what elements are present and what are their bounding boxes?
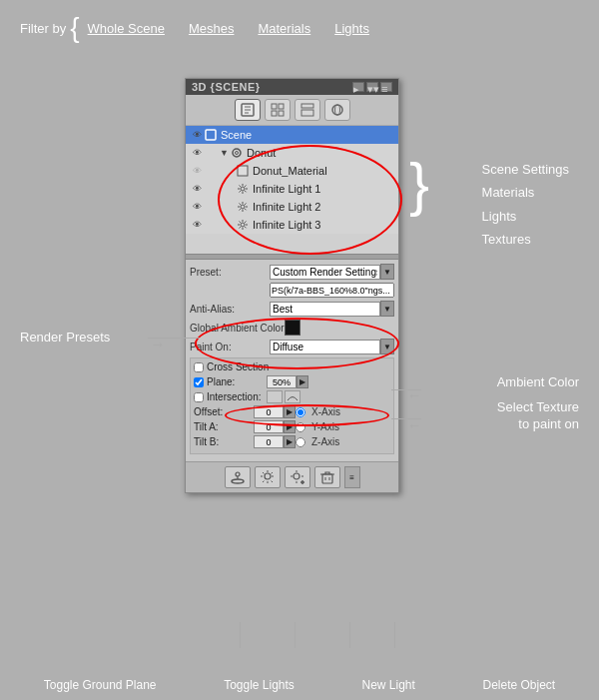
scene-icon [204,128,218,142]
intersection-label: Intersection: [207,391,267,402]
tilt-a-input[interactable] [254,420,284,433]
tilt-b-label: Tilt B: [194,436,254,447]
light1-icon [236,182,250,196]
light3-icon [236,218,250,232]
intersection-icon[interactable] [285,390,300,403]
tree-item-light1[interactable]: 👁 Infinite Light 1 [186,180,398,198]
donut-icon [230,146,244,160]
plane-slider-arrow[interactable]: ▶ [297,375,308,388]
filter-bar: Filter by { Whole Scene Meshes Materials… [20,14,393,42]
antialias-input[interactable] [270,302,380,317]
scene-settings-label: Scene Settings Materials Lights Textures [482,158,569,252]
tilt-b-input[interactable] [254,435,284,448]
plane-value-input[interactable] [267,375,297,388]
intersection-color[interactable] [267,390,283,403]
z-axis-radio[interactable] [296,437,305,447]
ps-extra-row [190,283,394,298]
delete-object-btn[interactable] [314,466,340,488]
svg-point-7 [332,105,342,115]
antialias-dropdown-btn[interactable]: ▼ [380,301,394,317]
light2-icon [236,200,250,214]
panel-scroll-btn[interactable]: ≡ [344,466,360,488]
plane-checkbox[interactable] [194,377,204,387]
tree-item-light3[interactable]: 👁 Infinite Light 3 [186,216,398,234]
tree-label-scene: Scene [221,129,252,141]
intersection-checkbox[interactable] [194,392,204,402]
tree-item-donut-material[interactable]: 👁 Donut_Material [186,162,398,180]
bottom-line-4 [394,622,395,648]
svg-point-16 [232,479,244,483]
paint-on-input[interactable] [270,340,380,354]
toggle-lights-btn[interactable] [255,466,281,488]
filter-tab-meshes[interactable]: Meshes [189,21,235,36]
toolbar-sphere-btn[interactable] [324,99,350,121]
svg-point-10 [233,149,241,157]
ambient-color-swatch[interactable] [285,320,300,336]
eye-icon-donut[interactable]: 👁 [190,148,204,158]
eye-icon-scene[interactable]: 👁 [190,130,204,140]
filter-tab-whole-scene[interactable]: Whole Scene [88,21,165,36]
panel-minimize-btn[interactable]: ▸ [352,82,364,92]
render-presets-line [148,338,200,339]
eye-icon-light3[interactable]: 👁 [190,220,204,230]
expand-arrow-donut[interactable]: ▼ [220,148,230,158]
preset-dropdown[interactable]: Custom Render Settings ▼ [270,264,394,280]
ps-extra-input[interactable] [270,283,394,298]
paint-on-dropdown-btn[interactable]: ▼ [380,339,394,354]
tree-item-scene[interactable]: 👁 Scene [186,126,398,144]
svg-point-11 [236,152,239,155]
tilt-a-row: Tilt A: ▶ Y-Axis [194,420,390,433]
select-texture-label: Select Textureto paint on [497,399,579,433]
preset-dropdown-btn[interactable]: ▼ [380,264,394,280]
tree-label-donut: Donut [247,147,276,159]
cross-section: Cross Section Plane: ▶ Intersection: Off [190,357,394,454]
filter-tab-lights[interactable]: Lights [334,21,369,36]
preset-input[interactable]: Custom Render Settings [270,265,380,280]
panel-title-buttons: ▸ ▾▾ ≡ [352,82,392,92]
eye-icon-light1[interactable]: 👁 [190,184,204,194]
offset-input[interactable] [254,405,284,418]
ambient-color-label: Ambient Color [497,374,579,389]
toolbar-scene-btn[interactable] [235,99,261,121]
toolbar-layout-btn[interactable] [295,99,320,121]
svg-rect-9 [206,130,216,140]
delete-object-label: Delete Object [482,678,555,692]
antialias-dropdown[interactable]: ▼ [270,301,394,317]
svg-point-17 [236,472,240,476]
tree-item-light2[interactable]: 👁 Infinite Light 2 [186,198,398,216]
panel-close-btn[interactable]: ≡ [380,82,392,92]
render-presets-label: Render Presets [20,330,110,345]
bottom-line-3 [349,622,350,648]
eye-icon-donut-material[interactable]: 👁 [190,166,204,176]
svg-rect-3 [272,111,277,116]
texture-line [391,418,421,419]
plane-row: Plane: ▶ [194,375,390,388]
new-light-btn[interactable] [285,466,310,488]
preset-row: Preset: Custom Render Settings ▼ [190,264,394,280]
tilt-a-slider-arrow[interactable]: ▶ [284,420,296,433]
antialias-label: Anti-Alias: [190,304,270,315]
panel-expand-btn[interactable]: ▾▾ [366,82,378,92]
paint-on-dropdown[interactable]: ▼ [270,339,394,354]
x-axis-radio[interactable] [296,407,305,417]
tree-item-donut[interactable]: 👁 ▼ Donut [186,144,398,162]
tilt-b-slider-arrow[interactable]: ▶ [284,435,296,448]
offset-slider-arrow[interactable]: ▶ [284,405,296,418]
tree-spacer [186,234,398,254]
toolbar-table-btn[interactable] [265,99,291,121]
cross-section-checkbox[interactable] [194,362,204,372]
panel-toolbar [186,95,398,126]
toggle-ground-plane-btn[interactable] [225,466,251,488]
tilt-a-label: Tilt A: [194,421,254,432]
tree-label-light3: Infinite Light 3 [253,219,321,231]
svg-rect-4 [279,111,284,116]
bottom-line-2 [295,622,296,648]
paint-on-label: Paint On: [190,342,270,352]
cross-section-header: Cross Section [194,361,390,372]
y-axis-radio[interactable] [296,422,305,432]
eye-icon-light2[interactable]: 👁 [190,202,204,212]
filter-tab-materials[interactable]: Materials [258,21,310,36]
plane-label: Plane: [207,376,267,387]
offset-label: Offset: [194,406,254,417]
svg-rect-12 [238,166,248,176]
